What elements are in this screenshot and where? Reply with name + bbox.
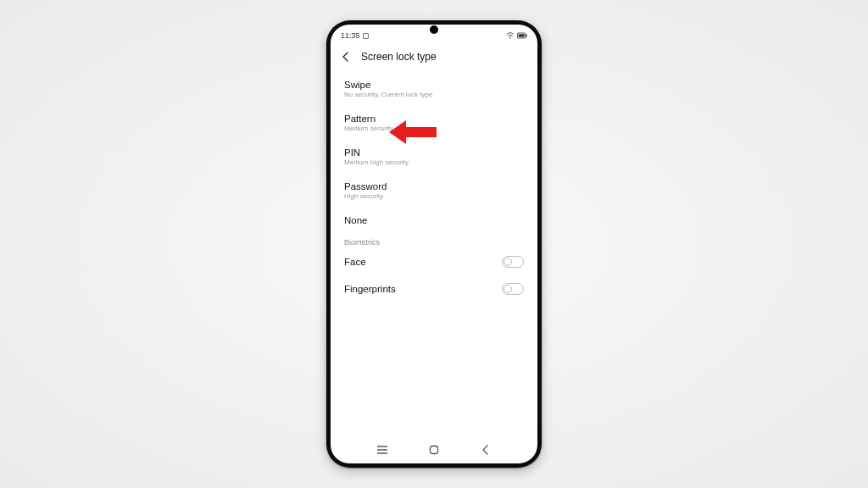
option-swipe[interactable]: Swipe No security, Current lock type bbox=[344, 72, 524, 106]
status-time: 11:35 bbox=[341, 31, 360, 40]
face-toggle[interactable] bbox=[502, 256, 524, 268]
option-pin-label: PIN bbox=[344, 147, 409, 158]
option-none-label: None bbox=[344, 215, 368, 225]
option-pattern[interactable]: Pattern Medium security bbox=[344, 106, 524, 140]
option-swipe-sub: No security, Current lock type bbox=[344, 91, 432, 98]
chevron-left-icon bbox=[341, 52, 351, 62]
svg-rect-4 bbox=[519, 34, 525, 36]
svg-rect-9 bbox=[430, 446, 437, 454]
nav-home[interactable] bbox=[422, 445, 446, 455]
notification-icon bbox=[363, 33, 369, 39]
nav-recents[interactable] bbox=[370, 445, 394, 455]
option-fingerprints-label: Fingerprints bbox=[344, 284, 396, 294]
svg-rect-0 bbox=[363, 33, 368, 38]
option-fingerprints[interactable]: Fingerprints bbox=[344, 275, 524, 302]
option-pin[interactable]: PIN Medium-high security bbox=[344, 140, 524, 174]
section-biometrics: Biometrics bbox=[344, 233, 524, 248]
option-password-label: Password bbox=[344, 181, 387, 191]
svg-point-1 bbox=[509, 37, 510, 38]
svg-rect-3 bbox=[526, 34, 526, 36]
wifi-icon bbox=[506, 32, 515, 39]
fingerprints-toggle[interactable] bbox=[502, 283, 524, 295]
back-button[interactable] bbox=[339, 50, 353, 64]
option-none[interactable]: None bbox=[344, 208, 524, 233]
recents-icon bbox=[376, 445, 388, 455]
lock-type-list: Swipe No security, Current lock type Pat… bbox=[331, 72, 537, 302]
header: Screen lock type bbox=[331, 43, 537, 72]
option-password[interactable]: Password High security bbox=[344, 174, 524, 208]
option-password-sub: High security bbox=[344, 192, 387, 200]
option-swipe-label: Swipe bbox=[344, 80, 432, 90]
nav-back[interactable] bbox=[474, 445, 498, 455]
option-pin-sub: Medium-high security bbox=[344, 158, 409, 166]
option-face-label: Face bbox=[344, 257, 366, 267]
nav-bar bbox=[331, 441, 537, 458]
phone-frame: 11:35 Screen lock type Swipe No security… bbox=[326, 20, 542, 468]
page-title: Screen lock type bbox=[361, 51, 437, 63]
camera-hole bbox=[430, 25, 438, 34]
back-icon bbox=[481, 445, 490, 455]
battery-icon bbox=[517, 32, 527, 39]
option-face[interactable]: Face bbox=[344, 248, 524, 275]
option-pattern-label: Pattern bbox=[344, 114, 393, 124]
screen: 11:35 Screen lock type Swipe No security… bbox=[331, 25, 537, 463]
toggle-knob bbox=[504, 285, 512, 293]
toggle-knob bbox=[504, 258, 512, 266]
home-icon bbox=[429, 445, 439, 455]
option-pattern-sub: Medium security bbox=[344, 125, 393, 132]
